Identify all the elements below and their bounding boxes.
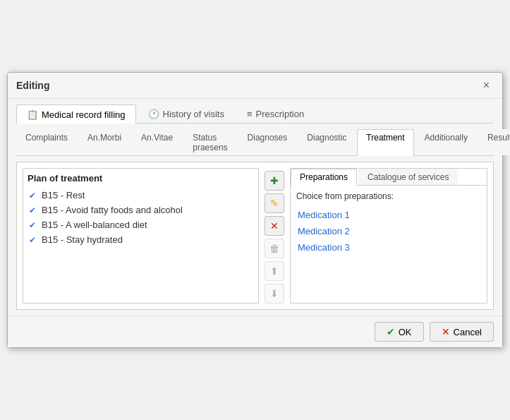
tab-additionally[interactable]: Additionally [415, 129, 477, 155]
list-item: ✔ B15 - Stay hydrated [28, 232, 254, 247]
medication-item-1[interactable]: Medication 1 [296, 207, 481, 223]
tab-medical-record[interactable]: 📋 Medical record filling [16, 104, 136, 124]
dialog-body: 📋 Medical record filling 🕐 History of vi… [8, 99, 502, 316]
dialog-titlebar: Editing × [8, 73, 502, 99]
erase-icon: 🗑 [269, 243, 279, 254]
tab-prescription[interactable]: ≡ Prescription [236, 104, 315, 123]
edit-icon: ✎ [270, 198, 279, 209]
add-button[interactable]: ✚ [265, 171, 284, 191]
plan-title: Plan of treatment [28, 173, 254, 184]
list-item: ✔ B15 - A well-balanced diet [28, 217, 254, 232]
medication-item-2[interactable]: Medication 2 [296, 223, 481, 239]
tab-history-visits[interactable]: 🕐 History of visits [138, 104, 235, 123]
right-panel: Preparations Catalogue of services Choic… [290, 168, 487, 304]
preparations-subtitle: Choice from preparations: [296, 191, 481, 201]
dialog-footer: ✔ OK ✕ Cancel [8, 316, 502, 347]
close-button[interactable]: × [479, 78, 494, 92]
medical-record-icon: 📋 [27, 109, 38, 120]
edit-button[interactable]: ✎ [265, 193, 284, 213]
delete-icon: ✕ [270, 220, 279, 232]
tab-complaints[interactable]: Complaints [16, 129, 77, 155]
tab-diagnostic[interactable]: Diagnostic [298, 129, 356, 155]
right-content: Choice from preparations: Medication 1 M… [291, 186, 487, 303]
nav-tabs: 📋 Medical record filling 🕐 History of vi… [16, 104, 494, 124]
move-down-button[interactable]: ⬇ [265, 284, 284, 304]
check-icon-3: ✔ [29, 220, 36, 230]
inner-tabs: Complaints An.Morbi An.Vitae Status prae… [16, 129, 494, 156]
history-icon: 🕐 [148, 109, 159, 119]
tab-an-morbi[interactable]: An.Morbi [78, 129, 130, 155]
dialog-title: Editing [16, 80, 49, 91]
move-up-button[interactable]: ⬆ [265, 261, 284, 281]
ok-icon: ✔ [387, 326, 395, 337]
tab-an-vitae[interactable]: An.Vitae [132, 129, 182, 155]
plan-of-treatment-panel: Plan of treatment ✔ B15 - Rest ✔ B15 - A… [23, 168, 259, 304]
up-icon: ⬆ [270, 265, 279, 277]
down-icon: ⬇ [270, 288, 279, 299]
editing-dialog: Editing × 📋 Medical record filling 🕐 His… [7, 72, 503, 348]
add-icon: ✚ [270, 175, 279, 186]
content-area: Plan of treatment ✔ B15 - Rest ✔ B15 - A… [16, 162, 494, 310]
check-icon-1: ✔ [29, 191, 36, 200]
cancel-button[interactable]: ✕ Cancel [430, 322, 494, 342]
prescription-icon: ≡ [247, 109, 253, 119]
tab-status-praesens[interactable]: Status praesens [183, 129, 236, 155]
list-item: ✔ B15 - Avoid fatty foods and alcohol [28, 203, 254, 217]
action-buttons: ✚ ✎ ✕ 🗑 ⬆ ⬇ [265, 168, 284, 304]
plan-list: ✔ B15 - Rest ✔ B15 - Avoid fatty foods a… [28, 188, 254, 299]
tab-catalogue-services[interactable]: Catalogue of services [358, 169, 458, 185]
check-icon-2: ✔ [29, 205, 36, 215]
tab-diagnoses[interactable]: Diagnoses [238, 129, 297, 155]
check-icon-4: ✔ [29, 235, 36, 245]
ok-button[interactable]: ✔ OK [375, 322, 424, 342]
cancel-icon: ✕ [442, 326, 450, 337]
right-tabs: Preparations Catalogue of services [291, 169, 487, 186]
tab-preparations[interactable]: Preparations [291, 169, 357, 186]
delete-button[interactable]: ✕ [265, 216, 284, 236]
medication-item-3[interactable]: Medication 3 [296, 239, 481, 256]
tab-result[interactable]: Result [478, 129, 510, 155]
erase-button[interactable]: 🗑 [265, 239, 284, 258]
tab-treatment[interactable]: Treatment [357, 129, 413, 156]
list-item: ✔ B15 - Rest [28, 188, 254, 203]
